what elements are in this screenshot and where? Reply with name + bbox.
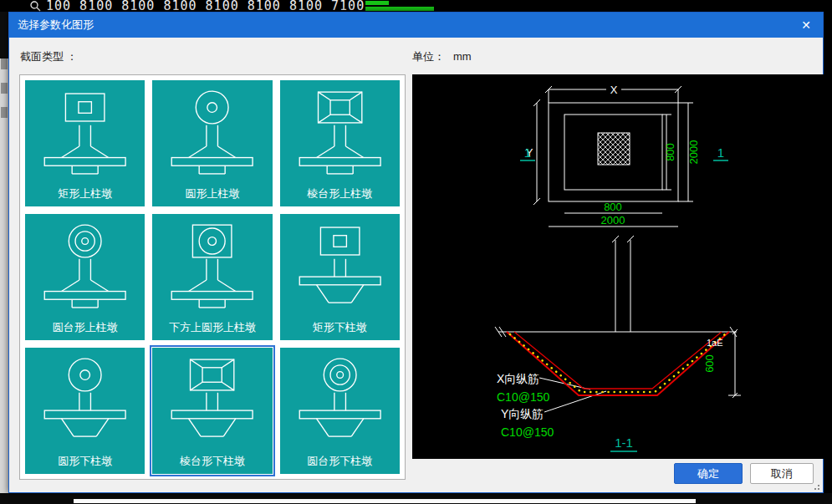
section-view-title: 1-1 xyxy=(615,435,633,450)
tile-circle-upper-pier[interactable]: 圆形上柱墩 xyxy=(150,78,274,209)
section-type-label: 截面类型 ： xyxy=(20,49,78,64)
background-left-panel xyxy=(0,12,8,493)
close-icon[interactable]: ✕ xyxy=(798,18,814,33)
cancel-button[interactable]: 取消 xyxy=(750,463,814,484)
background-panel-item xyxy=(1,83,8,94)
rebar-tag: 1aE xyxy=(707,338,723,348)
background-panel-item xyxy=(1,107,8,118)
tile-label: 矩形上柱墩 xyxy=(25,186,145,205)
tile-label: 圆形下柱墩 xyxy=(25,454,145,472)
dialog-title: 选择参数化图形 xyxy=(18,18,94,33)
plan-dim-800-bottom: 800 xyxy=(604,201,622,213)
tile-label: 圆台形上柱墩 xyxy=(25,320,145,339)
cad-dimension-string: 100 8100 8100 8100 8100 8100 8100 7100 xyxy=(46,0,365,12)
tile-label: 矩形下柱墩 xyxy=(280,320,400,339)
unit-value: mm xyxy=(453,50,472,63)
dialog-titlebar[interactable]: 选择参数化图形 ✕ xyxy=(9,13,823,38)
tile-frustum-upper-pier[interactable]: 棱台形上柱墩 xyxy=(278,78,402,209)
tile-cone-upper-pier[interactable]: 圆台形上柱墩 xyxy=(23,211,147,343)
tile-label: 圆台形下柱墩 xyxy=(280,454,400,472)
dialog-body: 截面类型 ： 单位：mm 矩形上柱墩 圆形上柱墩 棱台形上柱墩 xyxy=(9,38,823,492)
cone-lower-pier-icon xyxy=(280,348,400,454)
tile-label: 棱台形下柱墩 xyxy=(152,454,272,472)
cad-green-annotation xyxy=(365,7,434,11)
tile-rect-upper-pier[interactable]: 矩形上柱墩 xyxy=(23,78,147,209)
plan-dim-2000-right: 2000 xyxy=(687,140,700,165)
frustum-upper-pier-icon xyxy=(280,80,400,186)
section-marker-left: 1 xyxy=(524,145,531,160)
y-rebar-label: Y向纵筋 xyxy=(501,407,544,420)
tile-label: 棱台形上柱墩 xyxy=(280,186,400,205)
tile-frustum-lower-pier[interactable]: 棱台形下柱墩 xyxy=(150,345,274,476)
parametric-preview-drawing: X Y 800 2000 800 2000 1 1 xyxy=(412,74,824,459)
cad-green-annotation xyxy=(365,1,389,5)
circle-over-rect-upper-pier-icon xyxy=(152,214,272,320)
tile-label: 下方上圆形上柱墩 xyxy=(152,320,272,339)
section-dim-600: 600 xyxy=(703,354,716,373)
tile-cone-lower-pier[interactable]: 圆台形下柱墩 xyxy=(278,345,402,476)
plan-dim-2000-bottom: 2000 xyxy=(601,214,625,227)
y-rebar-spec: C10@150 xyxy=(501,425,554,439)
tile-circle-over-rect-upper-pier[interactable]: 下方上圆形上柱墩 xyxy=(150,211,274,343)
background-left-dark xyxy=(0,12,8,59)
cone-upper-pier-icon xyxy=(25,214,145,320)
x-rebar-spec: C10@150 xyxy=(497,390,549,404)
circle-upper-pier-icon xyxy=(152,80,272,186)
plan-x-axis-label: X xyxy=(610,84,618,96)
select-parametric-graphic-dialog: 选择参数化图形 ✕ 截面类型 ： 单位：mm 矩形上柱墩 圆形上柱墩 xyxy=(8,12,824,493)
taskbar-strip xyxy=(74,499,696,503)
frustum-lower-pier-icon xyxy=(152,348,272,454)
cad-workspace-top: 100 8100 8100 8100 8100 8100 8100 7100 xyxy=(0,0,832,12)
tile-circle-lower-pier[interactable]: 圆形下柱墩 xyxy=(23,345,147,476)
circle-lower-pier-icon xyxy=(25,348,145,454)
unit-label: 单位： xyxy=(412,50,445,63)
x-rebar-label: X向纵筋 xyxy=(497,372,539,385)
background-panel-item xyxy=(1,59,8,69)
tile-label: 圆形上柱墩 xyxy=(152,186,272,205)
resize-grip[interactable] xyxy=(810,481,819,490)
plan-dim-800-right: 800 xyxy=(664,143,676,161)
tile-rect-lower-pier[interactable]: 矩形下柱墩 xyxy=(278,211,402,343)
section-type-grid: 矩形上柱墩 圆形上柱墩 棱台形上柱墩 圆台形上柱墩 xyxy=(19,74,406,480)
section-marker-right: 1 xyxy=(717,145,724,160)
magnifier-icon[interactable] xyxy=(30,1,41,12)
rect-lower-pier-icon xyxy=(280,214,400,320)
rect-upper-pier-icon xyxy=(25,80,145,186)
ok-button[interactable]: 确定 xyxy=(674,463,743,484)
status-bar xyxy=(0,493,832,504)
parametric-preview-panel: X Y 800 2000 800 2000 1 1 xyxy=(412,74,824,459)
unit-row: 单位：mm xyxy=(412,49,472,64)
